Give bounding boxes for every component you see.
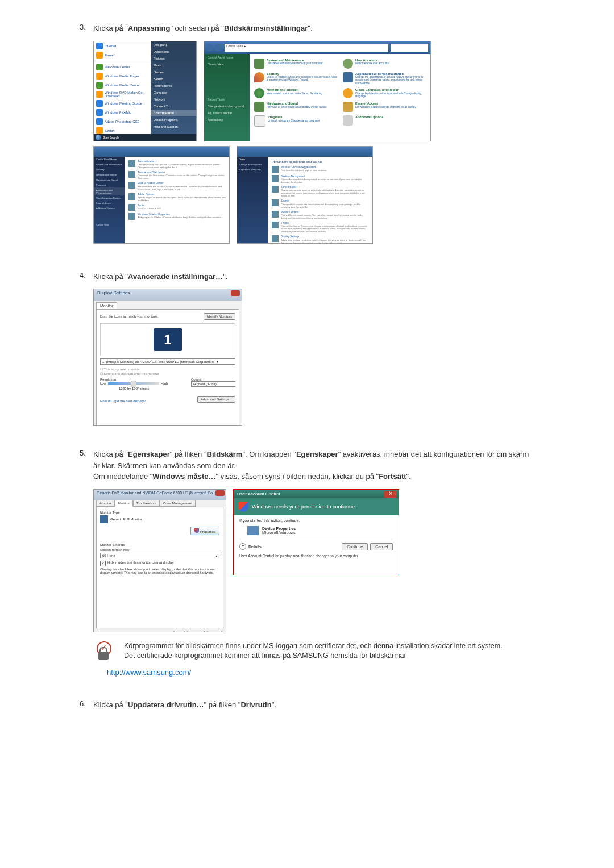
taskbar-icon — [128, 171, 135, 178]
system-icon — [254, 59, 264, 69]
step-3-text: Klicka på "Anpassning" och sedan på "Bil… — [93, 23, 534, 34]
monitor-select[interactable]: 1. (Multiple Monitors) on NVIDIA GeForce… — [100, 358, 235, 365]
certification-icon: ✓ — [93, 641, 114, 660]
users-icon — [343, 59, 353, 69]
welcome-icon — [96, 64, 103, 70]
hardware-icon — [254, 102, 264, 112]
meeting-icon — [96, 100, 103, 107]
ok-button[interactable]: OK — [173, 631, 185, 632]
control-panel-screenshot: Control Panel ▸ Control Panel Home Class… — [204, 41, 431, 141]
appearance-icon — [343, 72, 353, 82]
cancel-button[interactable]: Cancel — [370, 543, 393, 550]
appearance-personalization-screenshot: Control Panel Home System and Maintenanc… — [93, 146, 230, 244]
uac-screenshot: User Account Control✕ Windows needs your… — [233, 489, 399, 575]
close-icon[interactable] — [215, 490, 225, 496]
continue-button[interactable]: Continue — [342, 543, 368, 550]
step-number: 5. — [80, 449, 93, 457]
address-bar[interactable]: Control Panel ▸ — [225, 44, 388, 52]
mouse-pointer-icon — [272, 211, 279, 218]
ie-icon — [96, 43, 103, 49]
step-number: 4. — [80, 271, 93, 279]
screensaver-icon — [272, 186, 279, 193]
help-link[interactable]: How do I get the best display? — [100, 399, 146, 403]
fax-icon — [96, 109, 103, 116]
step-5-text: Klicka på "Egenskaper" på fliken "Bildsk… — [93, 449, 534, 482]
step-6-text: Klicka på "Uppdatera drivrutin…" på flik… — [93, 699, 534, 711]
cancel-button[interactable]: Cancel — [187, 631, 205, 632]
close-icon[interactable]: ✕ — [384, 491, 397, 498]
personalization-detail-screenshot: Tasks Change desktop icons Adjust font s… — [237, 146, 373, 244]
monitor-tab[interactable]: Monitor — [96, 302, 117, 309]
monitor-preview[interactable]: 1 — [154, 328, 182, 351]
wmp-icon — [96, 73, 103, 80]
shield-icon — [194, 528, 199, 533]
step-4-text: Klicka på "Avancerade inställningar…". — [93, 271, 534, 282]
apply-button: Apply — [207, 631, 222, 632]
ease-icon — [343, 102, 353, 112]
samsung-link[interactable]: http://www.samsung.com/ — [107, 668, 191, 677]
monitor-tab[interactable]: Monitor — [115, 500, 133, 507]
note-text: Körprogrammet för bildskärmen finns unde… — [124, 641, 534, 661]
hide-modes-checkbox[interactable]: ✓ — [100, 561, 106, 566]
lock-icon — [98, 652, 109, 660]
colors-select[interactable]: Highest (32 bit) — [191, 381, 235, 387]
refresh-rate-select[interactable]: 60 Hertz▾ — [100, 553, 219, 558]
monitor-properties-screenshot: Generic PnP Monitor and NVIDIA GeForce 6… — [93, 489, 226, 632]
additional-icon — [343, 115, 353, 126]
ps-icon — [96, 118, 103, 125]
troubleshoot-tab[interactable]: Troubleshoot — [133, 500, 160, 507]
adapter-tab[interactable]: Adapter — [96, 500, 115, 507]
folder-options-icon — [128, 193, 135, 200]
sounds-icon — [272, 199, 279, 206]
device-icon — [247, 526, 259, 535]
fonts-icon — [128, 204, 135, 211]
control-panel-item[interactable]: Control Panel — [151, 110, 196, 116]
shield-icon — [238, 502, 248, 512]
programs-icon — [254, 115, 265, 127]
chevron-down-icon[interactable]: ▾ — [239, 543, 246, 550]
back-button[interactable] — [206, 44, 213, 51]
forward-button[interactable] — [214, 44, 221, 51]
identify-monitors-button[interactable]: Identify Monitors — [204, 313, 235, 320]
close-icon[interactable] — [231, 290, 240, 296]
network-icon — [254, 88, 264, 98]
personalization-icon — [128, 160, 135, 167]
step-number: 6. — [80, 699, 93, 708]
window-color-icon — [272, 166, 279, 173]
start-orb-icon[interactable] — [96, 135, 101, 140]
resolution-slider[interactable] — [108, 382, 159, 385]
clock-icon — [343, 88, 353, 98]
mail-icon — [96, 52, 103, 59]
wmc-icon — [96, 82, 103, 89]
monitor-icon — [100, 515, 108, 523]
properties-button[interactable]: Properties — [190, 527, 219, 535]
start-menu-screenshot: Internet E-mail Welcome Center Windows M… — [93, 41, 197, 141]
color-mgmt-tab[interactable]: Color Management — [160, 500, 196, 507]
ease-access-icon — [128, 182, 135, 189]
advanced-settings-button[interactable]: Advanced Settings... — [197, 396, 235, 403]
dvd-icon — [96, 91, 103, 98]
desktop-bg-icon — [272, 175, 279, 182]
display-settings-screenshot: Display Settings Monitor Drag the icons … — [93, 289, 242, 426]
display-settings-icon — [272, 235, 279, 242]
switch-icon — [96, 127, 103, 134]
theme-icon — [272, 222, 279, 228]
sidebar-props-icon — [128, 213, 135, 220]
step-number: 3. — [80, 23, 93, 31]
search-input[interactable] — [391, 44, 428, 52]
details-toggle[interactable]: Details — [248, 545, 262, 549]
security-icon — [254, 72, 264, 82]
